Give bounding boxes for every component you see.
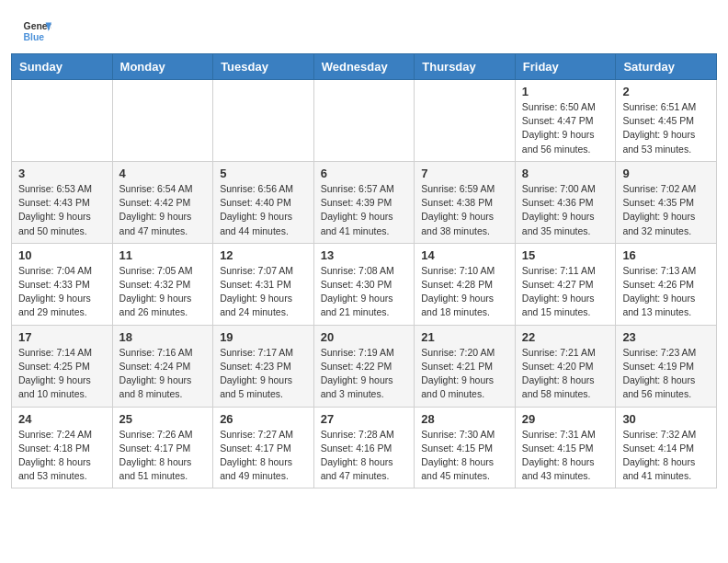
calendar-cell	[415, 80, 516, 162]
calendar-cell: 11Sunrise: 7:05 AM Sunset: 4:32 PM Dayli…	[112, 243, 213, 325]
day-number: 15	[522, 248, 609, 262]
day-number: 3	[18, 167, 106, 180]
day-info: Sunrise: 7:32 AM Sunset: 4:14 PM Dayligh…	[622, 428, 710, 484]
weekday-tuesday: Tuesday	[213, 54, 314, 80]
calendar-cell: 13Sunrise: 7:08 AM Sunset: 4:30 PM Dayli…	[313, 243, 415, 325]
day-info: Sunrise: 7:04 AM Sunset: 4:33 PM Dayligh…	[18, 264, 106, 320]
weekday-monday: Monday	[112, 54, 213, 80]
calendar-cell: 2Sunrise: 6:51 AM Sunset: 4:45 PM Daylig…	[616, 80, 717, 162]
weekday-sunday: Sunday	[12, 54, 113, 80]
day-info: Sunrise: 7:10 AM Sunset: 4:28 PM Dayligh…	[421, 264, 508, 320]
day-number: 24	[18, 412, 106, 426]
calendar-cell: 16Sunrise: 7:13 AM Sunset: 4:26 PM Dayli…	[616, 243, 717, 325]
calendar-cell: 23Sunrise: 7:23 AM Sunset: 4:19 PM Dayli…	[616, 325, 717, 407]
svg-text:Blue: Blue	[24, 32, 45, 42]
calendar-cell: 10Sunrise: 7:04 AM Sunset: 4:33 PM Dayli…	[12, 243, 113, 325]
day-number: 21	[421, 330, 508, 344]
day-info: Sunrise: 7:27 AM Sunset: 4:17 PM Dayligh…	[220, 428, 307, 484]
calendar-cell: 6Sunrise: 6:57 AM Sunset: 4:39 PM Daylig…	[313, 161, 415, 243]
calendar-cell: 12Sunrise: 7:07 AM Sunset: 4:31 PM Dayli…	[213, 243, 314, 325]
calendar-cell: 19Sunrise: 7:17 AM Sunset: 4:23 PM Dayli…	[213, 325, 314, 407]
calendar-cell: 17Sunrise: 7:14 AM Sunset: 4:25 PM Dayli…	[12, 325, 113, 407]
day-info: Sunrise: 7:07 AM Sunset: 4:31 PM Dayligh…	[220, 264, 307, 320]
week-row-1: 1Sunrise: 6:50 AM Sunset: 4:47 PM Daylig…	[12, 80, 717, 162]
day-number: 17	[18, 330, 106, 344]
weekday-thursday: Thursday	[415, 54, 516, 80]
day-info: Sunrise: 7:24 AM Sunset: 4:18 PM Dayligh…	[18, 428, 106, 484]
day-number: 5	[220, 167, 307, 180]
week-row-4: 17Sunrise: 7:14 AM Sunset: 4:25 PM Dayli…	[12, 325, 717, 407]
weekday-friday: Friday	[515, 54, 616, 80]
calendar-cell: 4Sunrise: 6:54 AM Sunset: 4:42 PM Daylig…	[112, 161, 213, 243]
day-info: Sunrise: 7:26 AM Sunset: 4:17 PM Dayligh…	[119, 428, 207, 484]
day-number: 29	[522, 412, 609, 426]
weekday-saturday: Saturday	[616, 54, 717, 80]
day-info: Sunrise: 7:28 AM Sunset: 4:16 PM Dayligh…	[321, 428, 408, 484]
calendar-cell: 1Sunrise: 6:50 AM Sunset: 4:47 PM Daylig…	[515, 80, 616, 162]
week-row-3: 10Sunrise: 7:04 AM Sunset: 4:33 PM Dayli…	[12, 243, 717, 325]
day-number: 9	[622, 167, 710, 180]
calendar-cell: 25Sunrise: 7:26 AM Sunset: 4:17 PM Dayli…	[112, 407, 213, 488]
day-info: Sunrise: 7:31 AM Sunset: 4:15 PM Dayligh…	[522, 428, 609, 484]
logo: General Blue	[22, 17, 51, 46]
calendar-cell	[213, 80, 314, 162]
calendar-cell: 8Sunrise: 7:00 AM Sunset: 4:36 PM Daylig…	[515, 161, 616, 243]
day-info: Sunrise: 7:19 AM Sunset: 4:22 PM Dayligh…	[321, 346, 408, 402]
calendar-cell: 28Sunrise: 7:30 AM Sunset: 4:15 PM Dayli…	[415, 407, 516, 488]
calendar-cell: 22Sunrise: 7:21 AM Sunset: 4:20 PM Dayli…	[515, 325, 616, 407]
day-info: Sunrise: 7:02 AM Sunset: 4:35 PM Dayligh…	[622, 182, 710, 238]
day-info: Sunrise: 7:11 AM Sunset: 4:27 PM Dayligh…	[522, 264, 609, 320]
calendar-cell: 26Sunrise: 7:27 AM Sunset: 4:17 PM Dayli…	[213, 407, 314, 488]
day-info: Sunrise: 7:21 AM Sunset: 4:20 PM Dayligh…	[522, 346, 609, 402]
day-number: 27	[321, 412, 408, 426]
calendar-body: 1Sunrise: 6:50 AM Sunset: 4:47 PM Daylig…	[12, 80, 717, 488]
day-number: 30	[622, 412, 710, 426]
day-number: 4	[119, 167, 207, 180]
week-row-2: 3Sunrise: 6:53 AM Sunset: 4:43 PM Daylig…	[12, 161, 717, 243]
calendar-cell	[112, 80, 213, 162]
day-info: Sunrise: 6:57 AM Sunset: 4:39 PM Dayligh…	[321, 182, 408, 238]
calendar-cell	[313, 80, 415, 162]
day-info: Sunrise: 7:00 AM Sunset: 4:36 PM Dayligh…	[522, 182, 609, 238]
day-number: 6	[321, 167, 408, 180]
calendar-cell: 3Sunrise: 6:53 AM Sunset: 4:43 PM Daylig…	[12, 161, 113, 243]
day-info: Sunrise: 7:08 AM Sunset: 4:30 PM Dayligh…	[321, 264, 408, 320]
day-number: 19	[220, 330, 307, 344]
page-header: General Blue	[0, 0, 728, 53]
day-info: Sunrise: 7:30 AM Sunset: 4:15 PM Dayligh…	[421, 428, 508, 484]
day-number: 10	[18, 248, 106, 262]
calendar-cell	[12, 80, 113, 162]
day-info: Sunrise: 7:20 AM Sunset: 4:21 PM Dayligh…	[421, 346, 508, 402]
day-number: 12	[220, 248, 307, 262]
calendar-cell: 27Sunrise: 7:28 AM Sunset: 4:16 PM Dayli…	[313, 407, 415, 488]
calendar-cell: 14Sunrise: 7:10 AM Sunset: 4:28 PM Dayli…	[415, 243, 516, 325]
day-info: Sunrise: 7:13 AM Sunset: 4:26 PM Dayligh…	[622, 264, 710, 320]
calendar-cell: 15Sunrise: 7:11 AM Sunset: 4:27 PM Dayli…	[515, 243, 616, 325]
calendar-cell: 20Sunrise: 7:19 AM Sunset: 4:22 PM Dayli…	[313, 325, 415, 407]
calendar-cell: 30Sunrise: 7:32 AM Sunset: 4:14 PM Dayli…	[616, 407, 717, 488]
weekday-wednesday: Wednesday	[313, 54, 415, 80]
calendar-cell: 24Sunrise: 7:24 AM Sunset: 4:18 PM Dayli…	[12, 407, 113, 488]
calendar-wrapper: SundayMondayTuesdayWednesdayThursdayFrid…	[0, 53, 728, 500]
day-number: 23	[622, 330, 710, 344]
day-info: Sunrise: 7:16 AM Sunset: 4:24 PM Dayligh…	[119, 346, 207, 402]
day-number: 1	[522, 85, 609, 98]
day-info: Sunrise: 6:56 AM Sunset: 4:40 PM Dayligh…	[220, 182, 307, 238]
calendar-cell: 5Sunrise: 6:56 AM Sunset: 4:40 PM Daylig…	[213, 161, 314, 243]
day-number: 2	[622, 85, 710, 98]
day-info: Sunrise: 7:23 AM Sunset: 4:19 PM Dayligh…	[622, 346, 710, 402]
calendar-table: SundayMondayTuesdayWednesdayThursdayFrid…	[11, 53, 717, 488]
day-number: 18	[119, 330, 207, 344]
logo-icon: General Blue	[22, 17, 51, 46]
day-number: 28	[421, 412, 508, 426]
calendar-cell: 21Sunrise: 7:20 AM Sunset: 4:21 PM Dayli…	[415, 325, 516, 407]
day-number: 8	[522, 167, 609, 180]
calendar-cell: 18Sunrise: 7:16 AM Sunset: 4:24 PM Dayli…	[112, 325, 213, 407]
day-number: 11	[119, 248, 207, 262]
day-number: 22	[522, 330, 609, 344]
day-number: 16	[622, 248, 710, 262]
day-info: Sunrise: 7:05 AM Sunset: 4:32 PM Dayligh…	[119, 264, 207, 320]
calendar-cell: 29Sunrise: 7:31 AM Sunset: 4:15 PM Dayli…	[515, 407, 616, 488]
weekday-header-row: SundayMondayTuesdayWednesdayThursdayFrid…	[12, 54, 717, 80]
day-number: 14	[421, 248, 508, 262]
